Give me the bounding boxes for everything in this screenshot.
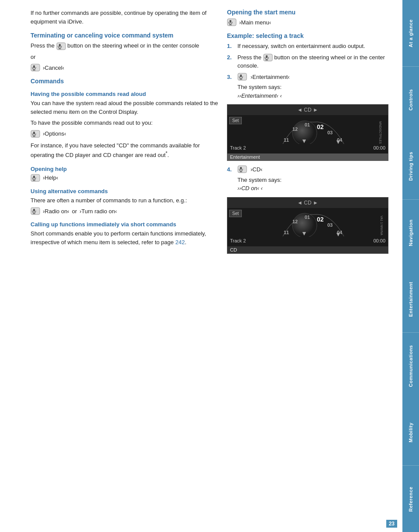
- step-2: 2. Press the button on t: [227, 53, 406, 70]
- or-text: or: [72, 208, 77, 215]
- page-number: 23: [386, 520, 397, 528]
- radio-on-command: ›Radio on‹: [43, 208, 69, 215]
- screen-2-inner: ◄ CD ► Set: [227, 198, 388, 253]
- sidebar-item-controls[interactable]: Controls: [402, 67, 419, 133]
- voice-icon-step3: [237, 73, 247, 81]
- voice-icon-help: [31, 174, 40, 182]
- step-1-num: 1.: [227, 42, 234, 51]
- using-alt-section: Using alternative commands There are oft…: [31, 188, 218, 215]
- left-column: If no further commands are possible, con…: [31, 9, 218, 523]
- svg-rect-17: [33, 209, 35, 211]
- svg-text:12: 12: [292, 126, 298, 132]
- step-1: 1. If necessary, switch on entertainment…: [227, 42, 406, 51]
- step-4-says: The system says:: [237, 176, 282, 184]
- having-body3: For instance, if you have selected "CD" …: [31, 141, 218, 160]
- svg-text:▼: ▼: [301, 230, 307, 237]
- example-section: Example: selecting a track 1. If necessa…: [227, 32, 406, 254]
- commands-heading: Commands: [31, 78, 218, 85]
- help-command: ›Help‹: [43, 174, 58, 181]
- options-command-line: ›Options‹: [31, 130, 218, 138]
- step-2-content: Press the button on the steering wheel o…: [237, 53, 406, 70]
- sidebar-item-entertainment[interactable]: Entertainment: [402, 266, 419, 333]
- having-heading: Having the possible commands read aloud: [31, 91, 218, 97]
- sidebar-label-communications: Communications: [408, 345, 413, 387]
- watermark-2: VA1 1 NNVNA: [380, 215, 383, 235]
- sidebar-item-at-glance[interactable]: At a glance: [402, 0, 419, 67]
- step-3-content: ›Entertainment‹ The system says: ››Enter…: [237, 73, 290, 100]
- sidebar-label-driving-tips: Driving tips: [408, 152, 413, 181]
- step-4-response: ››CD on‹ ‹: [237, 184, 282, 193]
- screen-2-nav: ◄ CD ►: [227, 198, 388, 208]
- having-body2: To have the possible commands read out t…: [31, 119, 218, 127]
- sidebar-item-navigation[interactable]: Navigation: [402, 200, 419, 266]
- sidebar-label-at-glance: At a glance: [408, 19, 413, 47]
- sidebar-label-reference: Reference: [408, 486, 413, 512]
- start-menu-heading: Opening the start menu: [227, 9, 406, 16]
- screen-2-set-btn: Set: [229, 210, 242, 217]
- svg-text:11: 11: [284, 137, 289, 143]
- options-command: ›Options‹: [43, 130, 66, 137]
- screen-2: ◄ CD ► Set: [227, 197, 388, 254]
- screen-2-track-label: Track 2: [230, 238, 246, 243]
- main-menu-command: ›Main menu‹: [239, 19, 271, 26]
- svg-rect-29: [240, 75, 242, 77]
- svg-rect-9: [33, 132, 35, 134]
- svg-rect-42: [240, 167, 242, 170]
- opening-help-section: Opening help ›Help‹: [31, 166, 218, 182]
- svg-text:02: 02: [317, 216, 324, 223]
- screen-1-set-btn: Set: [229, 117, 242, 124]
- svg-text:12: 12: [292, 219, 298, 224]
- terminating-or: or: [31, 53, 218, 61]
- step-3: 3.: [227, 73, 406, 100]
- svg-rect-13: [33, 176, 35, 178]
- having-body1: You can have the system read aloud the p…: [31, 99, 218, 116]
- sidebar-label-controls: Controls: [408, 89, 413, 110]
- svg-rect-1: [59, 44, 61, 47]
- screen-1-time: 00:00: [373, 145, 385, 150]
- sidebar-item-communications[interactable]: Communications: [402, 333, 419, 399]
- screen-1-nav: ◄ CD ►: [227, 105, 388, 115]
- svg-rect-25: [266, 55, 268, 58]
- using-alt-heading: Using alternative commands: [31, 188, 218, 194]
- sidebar: At a glance Controls Driving tips Naviga…: [402, 0, 419, 532]
- sidebar-item-mobility[interactable]: Mobility: [402, 399, 419, 466]
- step-2-text1: Press the: [237, 54, 261, 61]
- cd-dial-2: 11 12 01 02 03 04 ▼ ▼: [240, 210, 386, 239]
- svg-text:▼: ▼: [301, 137, 307, 144]
- page-number-area: 23: [386, 520, 397, 528]
- alt-command-line: ›Radio on‹ or ›Turn radio on‹: [31, 207, 218, 215]
- svg-text:03: 03: [327, 130, 333, 135]
- terminating-text2: button on the steering wheel or in the c…: [67, 42, 199, 49]
- turn-radio-on-command: ›Turn radio on‹: [79, 208, 117, 215]
- step-4-content: ›CD‹ The system says: ››CD on‹ ‹: [237, 165, 282, 193]
- svg-text:02: 02: [317, 123, 324, 130]
- example-step-4: 4.: [227, 165, 406, 193]
- main-menu-command-line: ›Main menu‹: [227, 18, 406, 26]
- main-content: If no further commands are possible, con…: [0, 0, 419, 532]
- asterisk: *: [165, 150, 167, 156]
- sidebar-item-reference[interactable]: Reference: [402, 466, 419, 532]
- page-ref-link[interactable]: 242: [175, 239, 185, 246]
- step-3-says: The system says:: [237, 83, 290, 92]
- voice-icon-options: [31, 130, 40, 138]
- terminating-body: Press the button on the steering wheel o…: [31, 41, 218, 50]
- cancel-command: ›Cancel‹: [43, 65, 64, 71]
- calling-up-section: Calling up functions immediately via sho…: [31, 221, 218, 246]
- terminating-text1: Press the: [31, 42, 55, 49]
- cd-dial-1: 11 12 01 02 03 04 ▼ ▼: [240, 117, 386, 147]
- svg-text:03: 03: [327, 222, 333, 228]
- terminating-section: Terminating or canceling voice command s…: [31, 32, 218, 72]
- svg-text:01: 01: [305, 215, 310, 220]
- intro-text: If no further commands are possible, con…: [31, 9, 218, 26]
- sidebar-item-driving-tips[interactable]: Driving tips: [402, 133, 419, 200]
- step-4-num: 4.: [227, 165, 234, 193]
- screen-1: ◄ CD ► Set: [227, 104, 388, 161]
- sidebar-label-entertainment: Entertainment: [408, 282, 413, 317]
- screen-1-track-label: Track 2: [230, 145, 246, 150]
- screen-1-label: Entertainment: [227, 153, 388, 160]
- svg-text:01: 01: [305, 122, 310, 127]
- step-3-num: 3.: [227, 73, 234, 100]
- step-2-num: 2.: [227, 53, 234, 70]
- screen-2-label: CD: [227, 246, 388, 253]
- svg-text:11: 11: [284, 230, 289, 235]
